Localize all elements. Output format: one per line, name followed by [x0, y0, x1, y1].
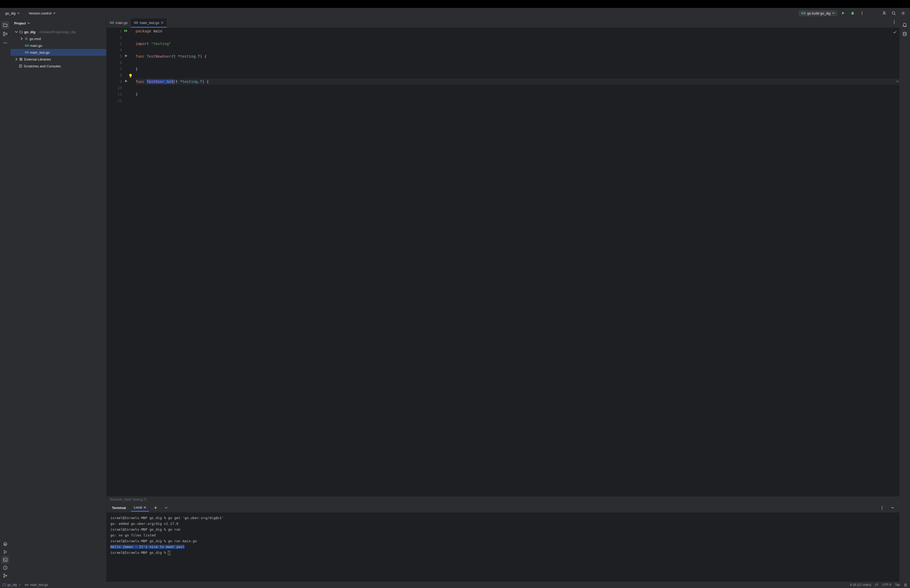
macos-titlebar [0, 0, 910, 8]
svg-point-5 [892, 11, 895, 14]
terminal-options-button[interactable] [878, 504, 886, 511]
tab-options-button[interactable] [891, 18, 898, 26]
status-encoding[interactable]: UTF-8 [883, 583, 891, 587]
terminal-prompt: israel@Israels-MBP go_dig % [110, 550, 896, 556]
svg-point-3 [862, 14, 863, 15]
run-config-label: go build go_dig [807, 11, 831, 15]
status-file[interactable]: GO main_test.go [25, 583, 48, 587]
minimize-terminal-button[interactable] [889, 504, 896, 511]
problems-tool-button[interactable] [1, 564, 9, 572]
terminal-tool-button[interactable] [1, 556, 9, 564]
terminal-panel: Terminal Local [107, 503, 899, 582]
svg-point-4 [883, 11, 885, 13]
go-test-file-icon: GO [25, 583, 28, 586]
svg-rect-20 [21, 58, 21, 61]
terminal-content[interactable]: israel@Israels-MBP go_dig % go get 'go.u… [107, 512, 899, 582]
code-with-me-button[interactable] [881, 10, 888, 17]
readonly-lock-icon[interactable] [904, 583, 907, 587]
gutter[interactable]: 1 2 3 4 5 6 7 8 9 10 11 12 [107, 28, 125, 496]
tab-main[interactable]: GO main.go [107, 18, 131, 27]
vcs-menu[interactable]: Version control [27, 10, 58, 16]
inspection-ok-icon[interactable] [892, 30, 897, 34]
close-tab-button[interactable] [161, 21, 163, 24]
database-tool-button[interactable] [901, 30, 909, 38]
svg-point-26 [882, 506, 883, 507]
editor-breadcrumb[interactable]: TestUser_Get(t *testing.T) [107, 496, 899, 503]
git-tool-button[interactable] [1, 572, 9, 580]
editor-tabs: GO main.go GO main_test.go [107, 18, 899, 28]
svg-rect-31 [905, 585, 907, 586]
close-icon[interactable] [144, 506, 146, 509]
terminal-tab-local[interactable]: Local [131, 504, 149, 512]
svg-point-23 [894, 21, 895, 21]
library-icon [19, 57, 23, 61]
tree-item-label: go.mod [29, 37, 41, 41]
svg-rect-8 [3, 34, 5, 36]
tab-label: main.go [116, 21, 128, 25]
status-line-separator[interactable]: LF [875, 583, 879, 587]
status-indent[interactable]: Tab [895, 583, 900, 587]
chevron-right-icon [15, 58, 18, 61]
tree-item-label: Scratches and Consoles [24, 64, 61, 68]
svg-point-27 [882, 507, 883, 508]
project-tool-button[interactable] [1, 21, 9, 29]
more-actions-button[interactable] [858, 10, 866, 17]
status-project[interactable]: go_dig [3, 583, 21, 587]
config-file-icon [24, 37, 28, 41]
terminal-dropdown-button[interactable] [162, 504, 170, 511]
tree-item-label: main.go [30, 44, 42, 48]
chevron-down-icon [15, 30, 18, 34]
new-terminal-button[interactable] [152, 504, 159, 511]
debug-button[interactable] [849, 10, 856, 17]
run-button[interactable] [839, 10, 847, 17]
search-button[interactable] [890, 10, 897, 17]
status-position[interactable]: 9:18 (12 chars) [850, 583, 871, 587]
svg-point-6 [903, 13, 904, 14]
go-icon: GO [801, 11, 806, 15]
top-toolbar: go_dig Version control GO go build go_di… [0, 8, 910, 18]
intention-bulb-icon[interactable]: 💡 [128, 73, 133, 79]
svg-point-16 [4, 574, 5, 575]
services-tool-button[interactable] [1, 540, 9, 548]
right-tool-rail [899, 18, 910, 582]
chevron-right-icon [18, 583, 21, 586]
svg-point-12 [6, 43, 7, 44]
svg-point-0 [852, 12, 853, 15]
project-panel-header[interactable]: Project [11, 18, 107, 28]
breadcrumb-text: TestUser_Get(t *testing.T) [110, 498, 146, 501]
minimap-marker[interactable] [896, 81, 899, 82]
svg-rect-21 [22, 58, 23, 61]
go-test-file-icon: GO [25, 50, 29, 55]
more-tools-button[interactable] [1, 39, 9, 47]
svg-rect-9 [6, 33, 7, 34]
tree-root[interactable]: go_dig ~/GolandProjects/go_dig [11, 28, 107, 35]
terminal-cursor [168, 551, 170, 555]
tree-item-scratches[interactable]: Scratches and Consoles [11, 63, 107, 69]
tree-item-main[interactable]: GO main.go [11, 42, 107, 49]
notifications-button[interactable] [901, 21, 909, 29]
terminal-line: israel@Israels-MBP go_dig % go run [110, 527, 896, 533]
tree-root-name: go_dig [24, 30, 36, 34]
settings-button[interactable] [899, 10, 907, 17]
tab-maintest[interactable]: GO main_test.go [131, 18, 166, 27]
left-tool-rail [0, 18, 11, 582]
code-content[interactable]: package main import "testing" func TestN… [125, 28, 899, 496]
go-file-icon: GO [25, 44, 29, 48]
structure-tool-button[interactable] [1, 30, 9, 38]
scratches-icon [18, 64, 23, 68]
svg-point-24 [894, 22, 895, 23]
tree-item-gomod[interactable]: go.mod [11, 35, 107, 42]
svg-point-29 [903, 32, 906, 33]
svg-rect-7 [3, 32, 5, 34]
folder-icon [19, 30, 23, 34]
run-config-selector[interactable]: GO go build go_dig [798, 10, 837, 16]
svg-point-18 [6, 575, 7, 576]
code-editor[interactable]: 1 2 3 4 5 6 7 8 9 10 11 12 [107, 28, 899, 496]
run-tool-button[interactable] [1, 548, 9, 556]
tree-item-external-libs[interactable]: External Libraries [11, 56, 107, 63]
tree-item-maintest[interactable]: GO main_test.go [11, 49, 107, 56]
svg-point-10 [4, 43, 5, 44]
project-selector[interactable]: go_dig [3, 10, 22, 16]
tree-item-label: External Libraries [24, 57, 51, 61]
status-bar: go_dig GO main_test.go 9:18 (12 chars) L… [0, 582, 910, 588]
